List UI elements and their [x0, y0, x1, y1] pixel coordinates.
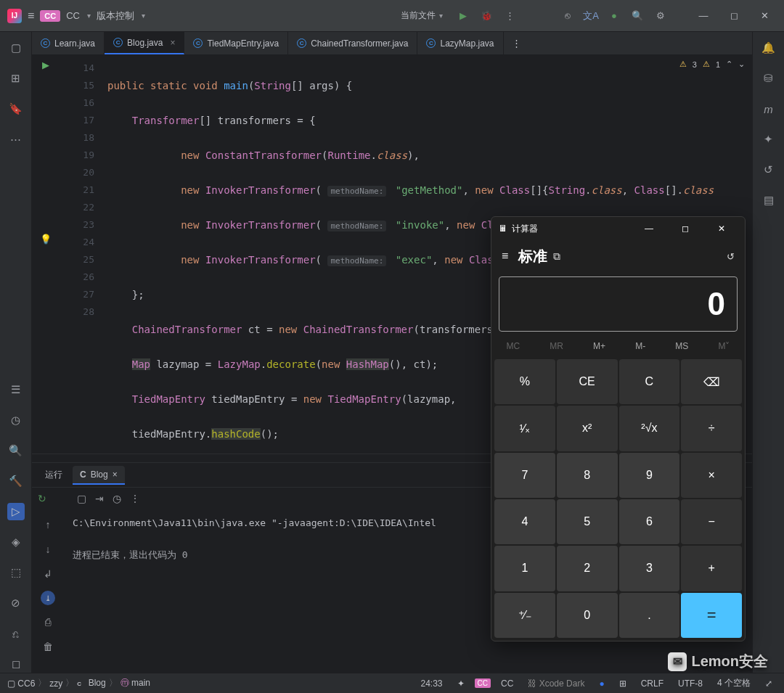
scroll-lock-icon[interactable]: ⤓ [41, 591, 55, 605]
close-button[interactable]: ✕ [706, 217, 738, 240]
services-tool-icon[interactable]: ◈ [7, 533, 25, 551]
cc-label[interactable]: CC [497, 678, 518, 689]
calc-key-÷[interactable]: ÷ [681, 406, 742, 451]
calc-key-C[interactable]: C [619, 359, 680, 404]
keep-on-top-icon[interactable]: ⧉ [553, 250, 560, 263]
calc-key-×[interactable]: × [681, 453, 742, 498]
calc-key-1[interactable]: 1 [494, 546, 555, 591]
print-icon[interactable]: ⎙ [40, 614, 56, 630]
git-tool-icon[interactable]: ⎌ [7, 625, 25, 642]
editor-tab[interactable]: CLearn.java [32, 32, 105, 54]
ai-icon[interactable]: ✦ [760, 131, 777, 148]
calc-key-x²[interactable]: x² [557, 406, 618, 451]
calc-key-=[interactable]: = [681, 593, 742, 638]
calc-key-−[interactable]: − [681, 499, 742, 544]
coverage-icon[interactable]: ▤ [760, 192, 777, 209]
indent[interactable]: 4 个空格 [713, 677, 755, 689]
chevron-down-icon[interactable]: ▾ [87, 12, 91, 20]
editor-tab[interactable]: CLazyMap.java [417, 32, 503, 54]
rerun-icon[interactable]: ↻ [38, 493, 46, 504]
status-dot[interactable]: ● [595, 678, 608, 689]
notifications-icon[interactable]: 🔔 [760, 39, 777, 57]
encoding[interactable]: UTF-8 [674, 678, 707, 689]
translate-icon[interactable]: 文A [582, 7, 600, 25]
trash-icon[interactable]: 🗑 [40, 639, 56, 655]
project-name[interactable]: CC [66, 10, 80, 21]
structure-tool-icon[interactable]: ⊞ [7, 70, 25, 87]
todo-tool-icon[interactable]: ☰ [7, 381, 25, 398]
ai-status-icon[interactable]: ✦ [453, 678, 469, 689]
more-icon[interactable]: ⋮ [501, 7, 518, 25]
maximize-button[interactable]: ◻ [722, 7, 746, 25]
editor-tab[interactable]: CBlog.java× [105, 32, 184, 54]
close-icon[interactable]: × [170, 38, 175, 48]
calc-key-CE[interactable]: CE [557, 359, 618, 404]
tabs-more-icon[interactable]: ⋮ [504, 32, 530, 54]
calc-key-⁺⁄₋[interactable]: ⁺⁄₋ [494, 593, 555, 638]
calc-key-¹⁄ₓ[interactable]: ¹⁄ₓ [494, 406, 555, 451]
minimize-button[interactable]: — [633, 217, 665, 240]
calc-key-7[interactable]: 7 [494, 453, 555, 498]
down-arrow-icon[interactable]: ↓ [40, 541, 56, 557]
softwrap-icon[interactable]: ↲ [40, 566, 56, 582]
history-icon[interactable]: ↺ [760, 161, 777, 179]
calc-key-3[interactable]: 3 [619, 546, 680, 591]
calc-key-²√x[interactable]: ²√x [619, 406, 680, 451]
run-tool-icon[interactable]: ▷ [7, 503, 25, 520]
hamburger-icon[interactable]: ≡ [28, 9, 34, 22]
windows-icon[interactable]: ⊞ [615, 678, 631, 689]
search-icon[interactable]: 🔍 [629, 7, 646, 25]
run-tab-blog[interactable]: C Blog × [73, 466, 125, 485]
calc-key-4[interactable]: 4 [494, 499, 555, 544]
minimize-button[interactable]: — [691, 7, 716, 25]
memory-m˅-button[interactable]: M˅ [712, 340, 735, 353]
editor-tab[interactable]: CChainedTransformer.java [288, 32, 417, 54]
problems-tool-icon[interactable]: ⊘ [7, 594, 25, 612]
memory-m--button[interactable]: M- [629, 340, 651, 353]
database-icon[interactable]: ⛁ [760, 70, 777, 87]
settings-icon[interactable]: ⚙ [652, 7, 669, 25]
memory-mc-button[interactable]: MC [501, 340, 526, 353]
calc-key-6[interactable]: 6 [619, 499, 680, 544]
hamburger-icon[interactable]: ≡ [502, 250, 508, 263]
close-button[interactable]: ✕ [752, 7, 777, 25]
more-tools-icon[interactable]: ⋯ [7, 131, 25, 148]
project-tool-icon[interactable]: ▢ [7, 39, 25, 57]
terminal-tool-icon[interactable]: ⬚ [7, 564, 25, 581]
screenshot-icon[interactable]: ▢ [77, 493, 86, 504]
calc-key-2[interactable]: 2 [557, 546, 618, 591]
bookmarks-tool-icon[interactable]: 🔖 [7, 100, 25, 118]
up-arrow-icon[interactable]: ↑ [40, 517, 56, 533]
run-tab-runlabel[interactable]: 运行 [38, 465, 70, 485]
readonly-icon[interactable]: ⤢ [761, 678, 777, 689]
play-icon[interactable]: ▶ [454, 7, 472, 25]
calc-key-5[interactable]: 5 [557, 499, 618, 544]
caret-position[interactable]: 24:33 [417, 678, 447, 689]
memory-m+-button[interactable]: M+ [587, 340, 611, 353]
hammer-tool-icon[interactable]: 🔨 [7, 472, 25, 490]
editor-tab[interactable]: CTiedMapEntry.java [184, 32, 288, 54]
vcs-tool-icon[interactable]: ◻ [7, 655, 25, 673]
calc-key-%[interactable]: % [494, 359, 555, 404]
calc-key-⌫[interactable]: ⌫ [681, 359, 742, 404]
calc-key-0[interactable]: 0 [557, 593, 618, 638]
editor-inspection-info[interactable]: ⚠3 ⚠1 ⌃⌄ [679, 60, 745, 69]
calc-key-8[interactable]: 8 [557, 453, 618, 498]
line-sep[interactable]: CRLF [637, 678, 668, 689]
code-with-me-icon[interactable]: ⎋ [559, 7, 576, 25]
chevron-down-icon[interactable]: ▾ [142, 12, 145, 20]
breadcrumb[interactable]: ▢ CC6 〉 zzy 〉 C Blog 〉 ⓜ main [7, 677, 150, 689]
vcs-label[interactable]: 版本控制 [97, 9, 134, 22]
profiler-tool-icon[interactable]: ◷ [7, 411, 25, 429]
debug-icon[interactable]: 🐞 [478, 7, 495, 25]
export-icon[interactable]: ⇥ [95, 493, 104, 504]
status-dot-icon[interactable]: ● [605, 7, 623, 25]
scheme-label[interactable]: ⛓ Xcode Dark [523, 678, 589, 689]
clock-icon[interactable]: ◷ [113, 493, 121, 504]
memory-ms-button[interactable]: MS [669, 340, 694, 353]
calc-key-9[interactable]: 9 [619, 453, 680, 498]
calc-key-.[interactable]: . [619, 593, 680, 638]
maximize-button[interactable]: ◻ [669, 217, 701, 240]
find-tool-icon[interactable]: 🔍 [7, 442, 25, 459]
maven-icon[interactable]: m [760, 100, 777, 118]
